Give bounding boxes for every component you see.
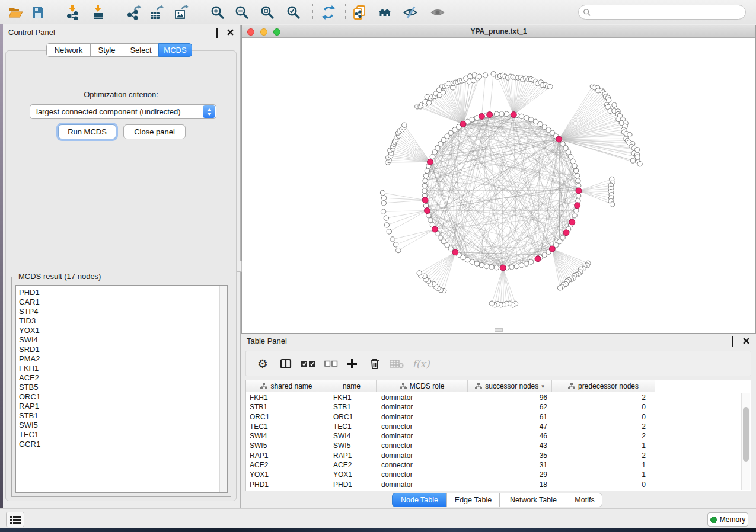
table-row-STB1[interactable]: STB1STB1dominator620 [246, 402, 741, 412]
table-type-tabs: Node TableEdge TableNetwork TableMotifs [392, 493, 602, 507]
import-network-icon [65, 5, 81, 20]
mcds-result-item[interactable]: SWI5 [16, 421, 227, 430]
tab-network-table[interactable]: Network Table [499, 493, 567, 507]
delete-table-icon [390, 359, 404, 368]
zoom-in-button[interactable] [209, 4, 227, 21]
column-header-successor-nodes[interactable]: successor nodes▾ [468, 380, 552, 392]
column-header-MCDS-role[interactable]: MCDS role [377, 380, 468, 392]
function-builder-button-disabled[interactable]: f(x) [411, 356, 431, 371]
float-table-panel-icon[interactable] [732, 337, 740, 345]
delete-table-button-disabled[interactable] [388, 356, 405, 371]
show-graphics-details-button[interactable] [429, 4, 446, 21]
table-scrollbar-thumb[interactable] [743, 407, 749, 462]
cell: 2 [552, 422, 655, 431]
mcds-result-item[interactable]: FKH1 [16, 364, 227, 373]
mcds-result-item[interactable]: RAP1 [16, 402, 227, 411]
cell: dominator [377, 402, 468, 412]
zoom-out-button[interactable] [233, 4, 251, 21]
column-header-shared-name[interactable]: shared name [246, 380, 327, 392]
tab-node-table[interactable]: Node Table [392, 493, 447, 507]
canvas-splitter-handle[interactable] [495, 328, 503, 332]
table-row-FKH1[interactable]: FKH1FKH1dominator962 [246, 393, 741, 402]
cell: connector [377, 441, 468, 450]
table-row-SWI4[interactable]: SWI4SWI4dominator462 [246, 431, 741, 441]
open-folder-icon [8, 5, 23, 20]
cytoscape-app-window: Control Panel NetworkStyleSelectMCDS Opt… [0, 0, 756, 532]
table-row-SWI5[interactable]: SWI5SWI5connector431 [246, 441, 741, 450]
column-header-predecessor-nodes[interactable]: predecessor nodes [552, 380, 655, 392]
tab-network[interactable]: Network [46, 43, 91, 57]
table-row-ACE2[interactable]: ACE2ACE2connector311 [246, 460, 741, 470]
mcds-result-item[interactable]: CAR1 [16, 297, 227, 307]
zoom-fit-button[interactable] [259, 4, 276, 21]
tab-style[interactable]: Style [90, 43, 123, 57]
mcds-result-item[interactable]: TEC1 [16, 430, 227, 440]
close-panel-icon[interactable] [227, 28, 235, 36]
show-panels-list-button[interactable] [6, 512, 24, 527]
export-image-button[interactable] [173, 4, 190, 21]
mcds-result-item[interactable]: STB1 [16, 411, 227, 421]
mcds-result-item[interactable]: ORC1 [16, 392, 227, 402]
cell: SWI5 [327, 441, 377, 450]
export-table-button[interactable] [148, 4, 165, 21]
column-type-icon [400, 383, 407, 390]
table-row-RAP1[interactable]: RAP1RAP1dominator352 [246, 451, 741, 460]
run-mcds-button[interactable]: Run MCDS [58, 124, 116, 139]
cell: STB1 [246, 402, 327, 412]
export-network-button[interactable] [125, 4, 143, 21]
table-row-PHD1[interactable]: PHD1PHD1dominator180 [246, 480, 741, 489]
close-table-panel-icon[interactable] [743, 337, 751, 345]
save-session-button[interactable] [29, 4, 47, 21]
table-row-TEC1[interactable]: TEC1TEC1connector472 [246, 422, 741, 431]
delete-column-button[interactable] [368, 356, 382, 371]
show-column-button[interactable] [278, 356, 294, 371]
table-row-YOX1[interactable]: YOX1YOX1connector291 [246, 470, 741, 479]
cell: SWI4 [327, 431, 377, 441]
float-panel-icon[interactable] [216, 28, 224, 36]
hide-graphics-details-button[interactable] [401, 4, 419, 21]
mcds-result-item[interactable]: STB5 [16, 383, 227, 392]
cell: ORC1 [327, 412, 377, 422]
open-file-button[interactable] [7, 4, 24, 21]
mcds-result-item[interactable]: ACE2 [16, 373, 227, 383]
search-input[interactable] [594, 7, 745, 18]
mcds-result-item[interactable]: STP4 [16, 307, 227, 316]
network-graph[interactable] [242, 38, 755, 332]
tab-motifs[interactable]: Motifs [567, 493, 602, 507]
network-canvas [242, 38, 755, 333]
tab-select[interactable]: Select [123, 43, 159, 57]
column-header-name[interactable]: name [327, 380, 377, 392]
panel-splitter-handle[interactable] [237, 261, 242, 272]
mcds-result-item[interactable]: SRD1 [16, 345, 227, 354]
mcds-result-item[interactable]: PMA2 [16, 354, 227, 364]
fx-icon: f(x) [412, 358, 429, 370]
unselect-all-columns-button[interactable] [323, 356, 340, 371]
mcds-result-item[interactable]: PHD1 [16, 288, 227, 297]
memory-button[interactable]: Memory [707, 512, 748, 527]
node-table: shared namenameMCDS rolesuccessor nodes▾… [245, 380, 751, 491]
refresh-view-button[interactable] [320, 4, 337, 21]
table-row-ORC1[interactable]: ORC1ORC1dominator610 [246, 412, 741, 422]
table-settings-button[interactable]: ⚙ [256, 356, 270, 371]
zoom-selected-button[interactable] [285, 4, 302, 21]
eye-slash-icon [403, 5, 418, 20]
result-list-scrollbar[interactable] [219, 286, 227, 493]
import-network-button[interactable] [64, 4, 82, 21]
mcds-result-item[interactable]: TID3 [16, 316, 227, 326]
import-table-button[interactable] [90, 4, 107, 21]
select-all-columns-button[interactable] [299, 356, 317, 371]
cell: connector [377, 460, 468, 470]
mcds-result-item[interactable]: GCR1 [16, 440, 227, 449]
tab-edge-table[interactable]: Edge Table [446, 493, 500, 507]
mcds-result-item[interactable]: SWI4 [16, 335, 227, 345]
create-column-button[interactable] [345, 356, 359, 371]
table-scrollbar[interactable] [741, 393, 750, 490]
home-button[interactable] [376, 4, 394, 21]
cell: 31 [468, 460, 552, 470]
clone-network-button[interactable] [351, 4, 369, 21]
tab-mcds[interactable]: MCDS [158, 43, 192, 57]
criterion-select[interactable]: largest connected component (undirected) [30, 104, 216, 119]
close-panel-button[interactable]: Close panel [123, 124, 186, 139]
main-toolbar [0, 0, 756, 24]
mcds-result-item[interactable]: YOX1 [16, 326, 227, 335]
